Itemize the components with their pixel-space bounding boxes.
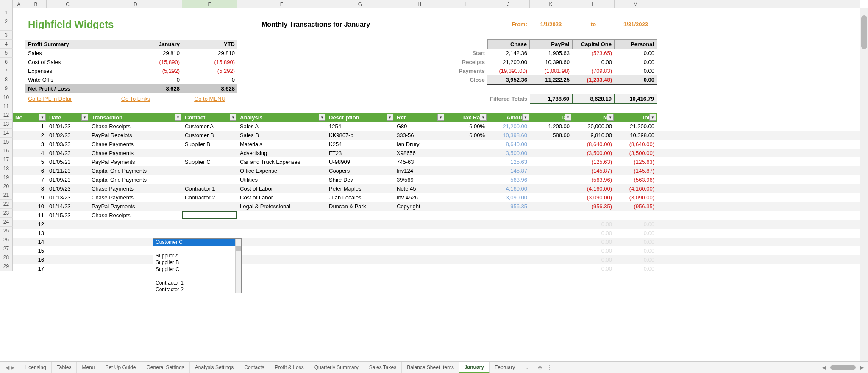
select-all-corner[interactable] <box>0 0 13 8</box>
table-row[interactable]: 401/04/23Chase PaymentsAdvertisingFT23X9… <box>13 149 860 157</box>
row-22[interactable]: 22 <box>0 200 13 209</box>
dropdown-item[interactable]: Customer C <box>153 239 241 246</box>
add-sheet-icon[interactable]: ⊕ <box>535 365 545 370</box>
filter-icon[interactable]: ▼ <box>522 114 529 121</box>
contact-dropdown[interactable]: Customer C Supplier ASupplier BSupplier … <box>153 238 242 293</box>
row-10[interactable]: 10 <box>0 93 13 102</box>
row-4[interactable]: 4 <box>0 40 13 49</box>
tab-sales-taxes[interactable]: Sales Taxes <box>364 362 402 373</box>
tab-quarterly-summary[interactable]: Quarterly Summary <box>309 362 364 373</box>
vertical-scroll-thumb[interactable] <box>861 15 867 49</box>
dropdown-toggle-icon[interactable]: ▼ <box>236 212 237 219</box>
vertical-scrollbar[interactable] <box>860 8 868 361</box>
tab-balance-sheet-items[interactable]: Balance Sheet Items <box>402 362 459 373</box>
col-C[interactable]: C <box>47 0 89 8</box>
table-row[interactable]: 150.000.00 <box>13 246 860 255</box>
dropdown-item[interactable]: Contractor 2 <box>153 286 241 293</box>
col-K[interactable]: K <box>530 0 572 8</box>
row-5[interactable]: 5 <box>0 49 13 58</box>
table-row[interactable]: 1101/15/23Chase Receipts▼ <box>13 211 860 220</box>
row-27[interactable]: 27 <box>0 244 13 253</box>
row-29[interactable]: 29 <box>0 262 13 271</box>
tab-profit-&-loss[interactable]: Profit & Loss <box>270 362 309 373</box>
row-16[interactable]: 16 <box>0 146 13 155</box>
filter-icon[interactable]: ▼ <box>649 114 656 121</box>
dropdown-item[interactable]: Contractor 1 <box>153 279 241 286</box>
col-A[interactable]: A <box>13 0 25 8</box>
table-row[interactable]: 101/01/23Chase ReceiptsCustomer ASales A… <box>13 122 860 131</box>
tab-licensing[interactable]: Licensing <box>19 362 52 373</box>
table-row[interactable]: 201/02/23PayPal ReceiptsCustomer BSales … <box>13 131 860 140</box>
col-M[interactable]: M <box>615 0 657 8</box>
row-25[interactable]: 25 <box>0 227 13 235</box>
tab-next-icon[interactable]: ▶ <box>11 365 14 370</box>
filter-icon[interactable]: ▼ <box>39 114 46 121</box>
active-cell-contact[interactable]: ▼ <box>182 211 237 219</box>
row-2[interactable]: 2 <box>0 17 13 31</box>
tab-prev-icon[interactable]: ◀ <box>6 365 9 370</box>
row-26[interactable]: 26 <box>0 235 13 244</box>
hscroll-thumb[interactable] <box>830 365 856 370</box>
col-J[interactable]: J <box>487 0 530 8</box>
tab-tables[interactable]: Tables <box>52 362 77 373</box>
filter-icon[interactable]: ▼ <box>437 114 444 121</box>
filter-icon[interactable]: ▼ <box>230 114 236 121</box>
row-8[interactable]: 8 <box>0 75 13 84</box>
row-11[interactable]: 11 <box>0 102 13 111</box>
table-row[interactable]: 120.000.00 <box>13 220 860 229</box>
table-row[interactable]: 140.000.00 <box>13 238 860 246</box>
tab-general-settings[interactable]: General Settings <box>141 362 189 373</box>
row-24[interactable]: 24 <box>0 218 13 227</box>
row-13[interactable]: 13 <box>0 120 13 129</box>
row-7[interactable]: 7 <box>0 66 13 75</box>
filter-icon[interactable]: ▼ <box>81 114 88 121</box>
table-row[interactable]: 901/13/23Chase PaymentsContractor 2Cost … <box>13 193 860 202</box>
dropdown-scrollbar[interactable] <box>235 239 241 293</box>
tab-nav[interactable]: ◀▶ <box>0 365 19 370</box>
row-12[interactable]: 12 <box>0 111 13 120</box>
hscroll-right-icon[interactable]: ▶ <box>856 365 868 370</box>
tab-contacts[interactable]: Contacts <box>239 362 270 373</box>
col-I[interactable]: I <box>445 0 487 8</box>
tab-february[interactable]: February <box>490 362 520 373</box>
col-L[interactable]: L <box>572 0 615 8</box>
tab-analysis-settings[interactable]: Analysis Settings <box>190 362 239 373</box>
filter-icon[interactable]: ▼ <box>319 114 326 121</box>
row-19[interactable]: 19 <box>0 173 13 182</box>
row-15[interactable]: 15 <box>0 138 13 146</box>
hscroll-left-icon[interactable]: ◀ <box>818 365 830 370</box>
col-H[interactable]: H <box>394 0 445 8</box>
row-9[interactable]: 9 <box>0 84 13 93</box>
tab-menu[interactable]: Menu <box>77 362 100 373</box>
table-row[interactable]: 801/09/23Chase PaymentsContractor 1Cost … <box>13 184 860 193</box>
col-F[interactable]: F <box>237 0 326 8</box>
row-3[interactable]: 3 <box>0 31 13 40</box>
link-go-links[interactable]: Go To Links <box>121 96 150 102</box>
table-row[interactable]: 601/11/23Capital One PaymentsOffice Expe… <box>13 166 860 175</box>
table-row[interactable]: 501/05/23PayPal PaymentsSupplier CCar an… <box>13 157 860 166</box>
col-G[interactable]: G <box>326 0 394 8</box>
row-20[interactable]: 20 <box>0 182 13 191</box>
tab-set-up-guide[interactable]: Set Up Guide <box>100 362 141 373</box>
row-14[interactable]: 14 <box>0 129 13 138</box>
filter-icon[interactable]: ▼ <box>175 114 181 121</box>
row-18[interactable]: 18 <box>0 164 13 173</box>
dropdown-item[interactable]: Supplier C <box>153 266 241 273</box>
table-row[interactable]: 301/03/23Chase PaymentsSupplier BMateria… <box>13 140 860 149</box>
table-row[interactable]: 170.000.00 <box>13 264 860 273</box>
row-23[interactable]: 23 <box>0 209 13 218</box>
filter-icon[interactable]: ▼ <box>480 114 487 121</box>
row-21[interactable]: 21 <box>0 191 13 200</box>
filter-icon[interactable]: ▼ <box>565 114 571 121</box>
col-E[interactable]: E <box>182 0 237 8</box>
dropdown-scroll-thumb[interactable] <box>236 246 241 251</box>
link-pl-detail[interactable]: Go to P/L in Detail <box>28 96 72 102</box>
row-6[interactable]: 6 <box>0 58 13 66</box>
tab-january[interactable]: January <box>459 362 490 373</box>
dropdown-item[interactable]: Supplier B <box>153 259 241 266</box>
row-1[interactable]: 1 <box>0 8 13 17</box>
col-D[interactable]: D <box>89 0 182 8</box>
table-row[interactable]: 1001/14/23PayPal PaymentsLegal & Profess… <box>13 202 860 211</box>
table-row[interactable]: 130.000.00 <box>13 229 860 238</box>
row-28[interactable]: 28 <box>0 253 13 262</box>
